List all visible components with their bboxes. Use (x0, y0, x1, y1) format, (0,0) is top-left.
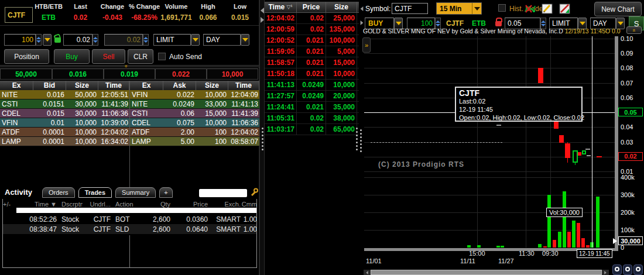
zoom-out-button[interactable] (623, 264, 632, 275)
level2-row[interactable]: ATDF2.0010012:04:02 (130, 128, 259, 137)
tif-select[interactable]: DAY (203, 34, 241, 46)
scroll-left-button[interactable] (364, 270, 371, 275)
level2-bid-table: ExBidSizeTimeNITE0.01650,00012:05:51CSTI… (0, 81, 129, 146)
tns-size: 10,000 (326, 68, 357, 79)
tab-add[interactable]: + (159, 187, 172, 198)
stop-price-stepper[interactable] (143, 34, 149, 46)
col-size[interactable]: Size (326, 2, 357, 12)
chart-splitter-grip[interactable] (356, 126, 358, 152)
tns-row[interactable]: 12:00:520.021100,000 (265, 35, 359, 46)
expand-right-icon[interactable] (261, 17, 264, 23)
zoom-reset-button[interactable] (633, 264, 643, 275)
chart-left-grip[interactable] (360, 128, 362, 154)
tns-row[interactable]: 11:27:570.024920,000 (265, 91, 359, 102)
level2-row[interactable]: CDEL0.07510,00011:06:36 (130, 118, 259, 128)
expand-sidebar-button[interactable]: » (362, 37, 371, 53)
level2-row[interactable]: CSTI0.015130,00011:41:39 (0, 99, 129, 109)
col-time[interactable]: Time (98, 81, 129, 90)
activity-search-input[interactable] (199, 189, 247, 197)
quote-value: -68.25% (128, 13, 161, 22)
auto-send-checkbox[interactable] (158, 53, 166, 60)
tns-time: 12:00:59 (265, 24, 297, 35)
tif-chevron-icon[interactable] (241, 34, 249, 46)
tns-size: 20,000 (326, 91, 357, 101)
buy-button[interactable]: Buy (54, 49, 90, 64)
tns-row[interactable]: 12:00:590.02135,000 (265, 24, 359, 35)
l2-price: 0.016 (33, 90, 66, 99)
quantity-stepper[interactable] (36, 34, 42, 46)
l2-price: 5.00 (163, 137, 196, 146)
tab-summary[interactable]: Summary (115, 187, 156, 198)
tns-row[interactable]: 11:41:130.024910,000 (265, 80, 359, 91)
volume-bar (581, 238, 585, 248)
tns-time: 11:59:05 (265, 46, 297, 57)
unlock-icon[interactable] (54, 37, 61, 43)
col-ex[interactable]: Ex (130, 81, 163, 90)
order-type-chevron-icon[interactable] (191, 34, 200, 46)
chart-scrollbar[interactable] (371, 270, 602, 275)
level2-row[interactable]: CSTI0.0615,00011:41:39 (130, 109, 259, 118)
level2-row[interactable]: CDEL0.01530,00011:06:36 (0, 109, 129, 118)
level2-row[interactable]: NITE0.01650,00012:05:51 (0, 90, 129, 99)
wrench-icon[interactable] (250, 188, 258, 197)
scroll-right-button[interactable] (602, 270, 609, 275)
quantity-dropdown[interactable] (43, 34, 52, 46)
summary-cell[interactable]: 0.016 (52, 68, 104, 80)
summary-cell[interactable]: 0.019 (104, 68, 155, 80)
tns-size: 65,000 (326, 124, 357, 135)
level2-row[interactable]: VFIN0.02210,00012:04:09 (130, 90, 259, 99)
col-price[interactable]: Price (297, 2, 326, 12)
level2-row[interactable]: LAMP0.000110,00016:34:02 (0, 137, 129, 146)
order-type-select[interactable]: LIMIT (153, 34, 191, 46)
l2-price: 2.00 (163, 128, 196, 136)
divider (129, 235, 130, 267)
tns-row[interactable]: 12:04:020.0225,000 (265, 13, 359, 24)
col-time[interactable]: Time (228, 81, 259, 90)
horizontal-splitter[interactable]: « (0, 65, 259, 67)
level2-row[interactable]: NITE0.024933,00011:41:13 (130, 99, 259, 109)
price-input[interactable]: 0.02 (63, 34, 93, 46)
candle-down (585, 149, 590, 150)
clear-button[interactable]: CLR (128, 49, 153, 64)
tns-row[interactable]: 11:50:180.02110,000 (265, 68, 359, 80)
col-bid[interactable]: Bid (33, 81, 66, 90)
col-size[interactable]: Size (66, 81, 98, 90)
collapse-left-icon[interactable] (261, 8, 264, 13)
level2-row[interactable]: VFIN0.0110,00010:39:00 (0, 118, 129, 128)
tab-trades[interactable]: Trades (78, 187, 112, 198)
quantity-input[interactable]: 100 (4, 34, 36, 46)
level2-row[interactable]: ATDF0.000110,00012:04:02 (0, 128, 129, 137)
summary-cell[interactable]: 0.022 (155, 68, 207, 80)
col-size[interactable]: Size (196, 81, 228, 90)
volume-bar (572, 221, 576, 248)
volume-bar (538, 244, 542, 248)
tab-orders[interactable]: Orders (42, 187, 75, 198)
volume-bar (467, 245, 471, 248)
col-ex[interactable]: Ex (0, 81, 33, 90)
candle-down (559, 135, 564, 143)
collapse-icon[interactable]: « (123, 64, 129, 67)
panel-splitter[interactable] (259, 0, 265, 275)
volume-bar (477, 245, 481, 248)
position-button[interactable]: Position (4, 49, 49, 64)
stop-price-input: 0.02 (104, 34, 143, 46)
sell-button[interactable]: Sell (92, 49, 125, 64)
chart-plot-area[interactable]: 0.100.090.080.070.060.040.030.010.050.02… (359, 0, 644, 275)
tns-row[interactable]: 11:24:410.02135,000 (265, 102, 359, 113)
level2-row[interactable]: LAMP5.0010008:58:07 (130, 137, 259, 146)
col-ask[interactable]: Ask (163, 81, 196, 90)
candle-down (538, 68, 543, 82)
price-stepper[interactable] (93, 34, 98, 46)
tns-row[interactable]: 11:05:310.0238,000 (265, 113, 359, 124)
tns-row[interactable]: 11:58:570.02115,000 (265, 57, 359, 68)
summary-cell[interactable]: 50,000 (0, 68, 52, 80)
l2-time: 12:04:02 (228, 128, 259, 136)
gridline (364, 68, 615, 68)
col-time[interactable]: Time ▽¹ (265, 2, 297, 12)
splitter-grip[interactable] (262, 126, 263, 152)
tns-row[interactable]: 11:59:050.0215,000 (265, 46, 359, 57)
tns-row[interactable]: 11:03:170.0265,000 (265, 124, 359, 135)
symbol-box[interactable]: CJTF (5, 7, 33, 23)
zoom-in-button[interactable] (612, 264, 622, 275)
summary-cell[interactable]: 10,000 (207, 68, 258, 80)
